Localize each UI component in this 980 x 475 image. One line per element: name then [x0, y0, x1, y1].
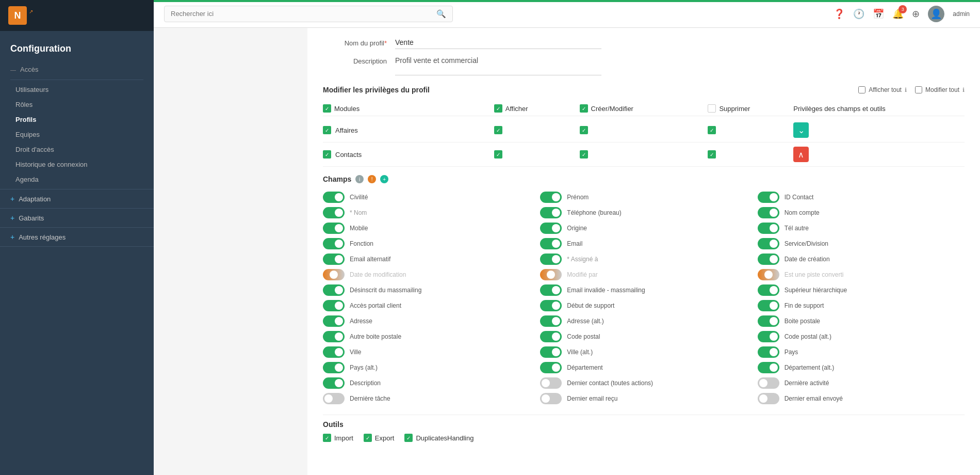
sidebar-item-droit-acces[interactable]: Droit d'accès	[0, 142, 154, 157]
toggle-switch[interactable]	[540, 377, 562, 389]
field-row: Dernier email reçu	[540, 391, 747, 406]
history-icon[interactable]: 🕐	[853, 8, 864, 20]
toggle-switch[interactable]	[540, 362, 562, 373]
toggle-switch[interactable]	[540, 223, 562, 234]
toggle-switch[interactable]	[540, 284, 562, 296]
outils-label-export: Export	[375, 434, 395, 442]
toggle-switch[interactable]	[758, 331, 779, 342]
search-input[interactable]	[171, 10, 432, 18]
calendar-icon[interactable]: 📅	[873, 8, 884, 20]
notification-icon[interactable]: 🔔 3	[892, 8, 904, 20]
toggle-switch[interactable]	[323, 315, 345, 327]
champs-info-badge-3[interactable]: +	[380, 175, 388, 183]
contacts-expand-btn[interactable]: ∧	[793, 147, 809, 162]
toggle-switch[interactable]	[323, 223, 345, 234]
toggle-switch[interactable]	[323, 300, 345, 311]
toggle-switch[interactable]	[323, 362, 345, 373]
field-row: Email	[540, 236, 747, 251]
help-icon[interactable]: ❓	[834, 8, 845, 20]
sidebar-section-acces-header[interactable]: — Accès	[0, 61, 154, 77]
champs-info-badge-2[interactable]: !	[368, 175, 376, 183]
toggle-switch[interactable]	[323, 192, 345, 203]
toggle-switch[interactable]	[758, 346, 779, 358]
toggle-switch[interactable]	[758, 377, 779, 389]
toggle-switch[interactable]	[323, 207, 345, 218]
toggle-switch[interactable]	[540, 331, 562, 342]
description-label: Description	[323, 56, 395, 65]
nom-value[interactable]: Vente	[395, 38, 601, 49]
toggle-switch[interactable]	[758, 192, 779, 203]
toggle-switch[interactable]	[758, 393, 779, 404]
toggle-switch[interactable]	[540, 269, 562, 280]
afficher-checkbox[interactable]: ✓	[494, 104, 502, 113]
toggle-switch[interactable]	[540, 254, 562, 265]
outils-chk-export[interactable]: ✓	[364, 434, 372, 442]
toggle-switch[interactable]	[758, 300, 779, 311]
contacts-module-chk[interactable]: ✓	[323, 150, 331, 159]
toggle-switch[interactable]	[540, 315, 562, 327]
modules-checkbox[interactable]: ✓	[323, 104, 331, 113]
toggle-switch[interactable]	[323, 269, 345, 280]
toggle-switch[interactable]	[323, 346, 345, 358]
sidebar-item-profils[interactable]: Profils	[0, 112, 154, 127]
field-label: Origine	[567, 225, 587, 232]
sidebar-item-agenda[interactable]: Agenda	[0, 172, 154, 187]
user-label[interactable]: admin	[953, 10, 970, 18]
creer-modifier-checkbox[interactable]: ✓	[580, 104, 588, 113]
toggle-switch[interactable]	[540, 192, 562, 203]
outils-chk-duplicates[interactable]: ✓	[404, 434, 413, 442]
toggle-switch[interactable]	[758, 362, 779, 373]
sidebar-item-equipes[interactable]: Equipes	[0, 127, 154, 142]
sidebar-group-adaptation[interactable]: + Adaptation	[0, 191, 154, 207]
afficher-tout-label[interactable]: Afficher tout ℹ	[858, 86, 907, 93]
affaires-module-chk[interactable]: ✓	[323, 126, 331, 134]
description-value[interactable]: Profil vente et commercial	[395, 56, 601, 75]
afficher-tout-checkbox[interactable]	[858, 86, 865, 93]
field-label: Date de modification	[350, 271, 406, 278]
field-label: Adresse	[350, 318, 372, 325]
toggle-switch[interactable]	[540, 300, 562, 311]
supprimer-checkbox[interactable]	[708, 104, 716, 113]
toggle-switch[interactable]	[540, 207, 562, 218]
toggle-switch[interactable]	[758, 207, 779, 218]
toggle-switch[interactable]	[758, 269, 779, 280]
toggle-switch[interactable]	[758, 254, 779, 265]
toggle-switch[interactable]	[323, 254, 345, 265]
toggle-switch[interactable]	[323, 331, 345, 342]
affaires-creer-cell: ✓	[580, 126, 708, 134]
toggle-switch[interactable]	[758, 315, 779, 327]
toggle-switch[interactable]	[323, 284, 345, 296]
toggle-switch[interactable]	[540, 238, 562, 249]
contacts-creer-chk[interactable]: ✓	[580, 150, 588, 159]
sidebar-group-autres[interactable]: + Autres réglages	[0, 229, 154, 245]
search-box[interactable]: 🔍	[164, 6, 453, 22]
toggle-switch[interactable]	[323, 377, 345, 389]
modifier-tout-label[interactable]: Modifier tout ℹ	[915, 86, 965, 93]
outils-chk-import[interactable]: ✓	[323, 434, 331, 442]
toggle-switch[interactable]	[540, 346, 562, 358]
add-icon[interactable]: ⊕	[912, 8, 920, 20]
affaires-supprimer-chk[interactable]: ✓	[708, 126, 716, 134]
field-label: Pays	[785, 349, 798, 356]
toggle-switch[interactable]	[323, 393, 345, 404]
toggle-switch[interactable]	[758, 238, 779, 249]
sidebar-item-historique[interactable]: Historique de connexion	[0, 157, 154, 172]
affaires-creer-chk[interactable]: ✓	[580, 126, 588, 134]
modifier-tout-checkbox[interactable]	[915, 86, 922, 93]
toggle-switch[interactable]	[758, 223, 779, 234]
toggle-switch[interactable]	[540, 393, 562, 404]
sidebar-group-gabarits[interactable]: + Gabarits	[0, 210, 154, 226]
toggle-switch[interactable]	[323, 238, 345, 249]
affaires-afficher-chk[interactable]: ✓	[494, 126, 502, 134]
contacts-afficher-chk[interactable]: ✓	[494, 150, 502, 159]
outils-label-duplicates: DuplicatesHandling	[416, 434, 473, 442]
sidebar: N ↗ Configuration — Accès Utilisateurs R…	[0, 0, 154, 475]
affaires-expand-btn[interactable]: ⌄	[793, 122, 809, 138]
contacts-supprimer-chk[interactable]: ✓	[708, 150, 716, 159]
sidebar-item-utilisateurs[interactable]: Utilisateurs	[0, 82, 154, 97]
sidebar-item-roles[interactable]: Rôles	[0, 97, 154, 112]
toggle-switch[interactable]	[758, 284, 779, 296]
user-avatar[interactable]: 👤	[928, 6, 944, 22]
table-row-affaires: ✓ Affaires ✓ ✓ ✓ ⌄	[323, 118, 965, 142]
champs-info-badge-1[interactable]: i	[355, 175, 364, 183]
